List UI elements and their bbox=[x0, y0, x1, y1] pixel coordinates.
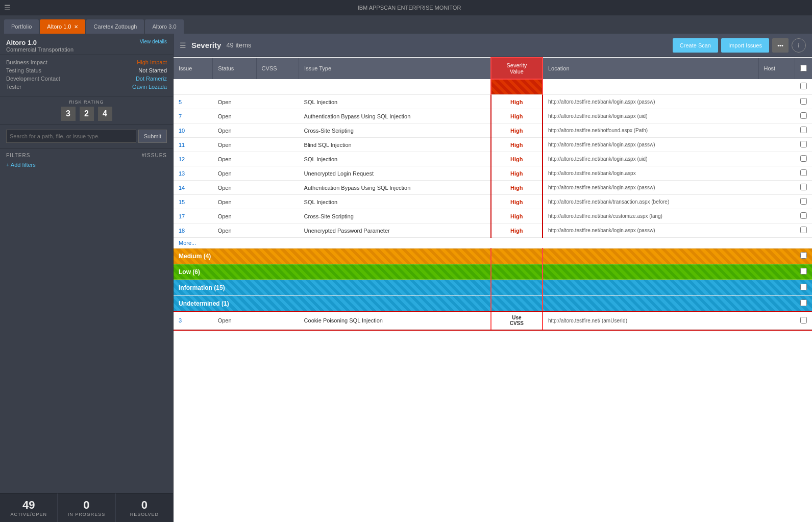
info-row-testing-status: Testing Status Not Started bbox=[6, 67, 167, 73]
td-severity-12: High bbox=[491, 152, 543, 166]
td-type-11: Blind SQL Injection bbox=[299, 138, 491, 152]
td-cvss-3 bbox=[256, 312, 299, 330]
td-issue-5[interactable]: 5 bbox=[174, 95, 213, 109]
table-row: 18 Open Unencrypted Password Parameter H… bbox=[174, 223, 812, 238]
section-high-label: High (23) bbox=[174, 79, 491, 95]
td-check-5 bbox=[795, 95, 813, 109]
content-header-count: 49 items bbox=[226, 41, 251, 49]
th-location: Location bbox=[543, 58, 758, 79]
section-low-rest bbox=[543, 264, 795, 280]
tab-caretex[interactable]: Caretex Zottough bbox=[86, 19, 144, 34]
checkbox-12[interactable] bbox=[800, 155, 807, 162]
checkbox-11[interactable] bbox=[800, 141, 807, 147]
section-undetermined-rest bbox=[543, 296, 795, 312]
td-location-11: http://altoro.testfire.net/bank/login.as… bbox=[543, 138, 758, 152]
section-high-check bbox=[795, 79, 813, 95]
td-location-13: http://altoro.testfire.net/bank/login.as… bbox=[543, 166, 758, 181]
risk-numbers: 3 2 4 bbox=[6, 107, 167, 121]
checkbox-3[interactable] bbox=[800, 317, 807, 324]
tab-altoro10[interactable]: Altoro 1.0 ✕ bbox=[40, 19, 85, 34]
select-all-checkbox[interactable] bbox=[800, 65, 807, 71]
table-container: Issue Status CVSS Issue Type SeverityVal… bbox=[174, 57, 812, 522]
td-issue-13[interactable]: 13 bbox=[174, 166, 213, 181]
checkbox-18[interactable] bbox=[800, 227, 807, 233]
hamburger-icon[interactable]: ☰ bbox=[4, 4, 11, 12]
main-layout: View details Altoro 1.0 Commercial Trans… bbox=[0, 34, 812, 522]
td-severity-3: UseCVSS bbox=[491, 312, 543, 330]
td-cvss-15 bbox=[256, 195, 299, 209]
td-check-17 bbox=[795, 209, 813, 223]
td-check-18 bbox=[795, 223, 813, 238]
section-medium[interactable]: Medium (4) bbox=[174, 248, 812, 264]
td-issue-7[interactable]: 7 bbox=[174, 109, 213, 123]
td-status-18: Open bbox=[213, 223, 256, 238]
table-row: 12 Open SQL Injection High http://altoro… bbox=[174, 152, 812, 166]
section-low-check bbox=[795, 264, 813, 280]
tab-altoro10-close[interactable]: ✕ bbox=[74, 24, 78, 30]
td-issue-18[interactable]: 18 bbox=[174, 223, 213, 238]
td-cvss-11 bbox=[256, 138, 299, 152]
info-button[interactable]: i bbox=[792, 38, 806, 53]
create-scan-button[interactable]: Create Scan bbox=[673, 38, 718, 53]
checkbox-5[interactable] bbox=[800, 98, 807, 105]
info-label-dev-contact: Development Contact bbox=[6, 76, 60, 82]
td-issue-17[interactable]: 17 bbox=[174, 209, 213, 223]
td-type-3: Cookie Poisoning SQL Injection bbox=[299, 312, 491, 330]
risk-num-3: 4 bbox=[98, 107, 112, 121]
tab-portfolio[interactable]: Portfolio bbox=[4, 19, 39, 34]
section-undetermined[interactable]: Undetermined (1) bbox=[174, 296, 812, 312]
checkbox-17[interactable] bbox=[800, 212, 807, 219]
tab-altoro30[interactable]: Altoro 3.0 bbox=[145, 19, 183, 34]
td-status-17: Open bbox=[213, 209, 256, 223]
checkbox-14[interactable] bbox=[800, 184, 807, 190]
sidebar: View details Altoro 1.0 Commercial Trans… bbox=[0, 34, 174, 522]
td-check-14 bbox=[795, 181, 813, 195]
td-issue-14[interactable]: 14 bbox=[174, 181, 213, 195]
view-details-link[interactable]: View details bbox=[140, 39, 167, 44]
td-issue-10[interactable]: 10 bbox=[174, 123, 213, 138]
info-label-tester: Tester bbox=[6, 84, 21, 90]
section-information[interactable]: Information (15) bbox=[174, 280, 812, 296]
checkbox-15[interactable] bbox=[800, 198, 807, 205]
section-medium-checkbox[interactable] bbox=[800, 252, 807, 259]
td-issue-15[interactable]: 15 bbox=[174, 195, 213, 209]
more-link[interactable]: More... bbox=[174, 238, 812, 248]
tab-bar: Portfolio Altoro 1.0 ✕ Caretex Zottough … bbox=[0, 15, 812, 34]
header-actions: Create Scan Import Issues ••• i bbox=[673, 38, 806, 53]
section-info-checkbox[interactable] bbox=[800, 284, 807, 290]
table-row-highlighted: 3 Open Cookie Poisoning SQL Injection Us… bbox=[174, 312, 812, 330]
td-issue-11[interactable]: 11 bbox=[174, 138, 213, 152]
td-check-7 bbox=[795, 109, 813, 123]
more-button[interactable]: ••• bbox=[772, 38, 789, 53]
td-location-7: http://altoro.testfire.net/bank/login.as… bbox=[543, 109, 758, 123]
td-check-10 bbox=[795, 123, 813, 138]
section-undetermined-checkbox[interactable] bbox=[800, 300, 807, 306]
content-area: ☰ Severity 49 items Create Scan Import I… bbox=[174, 34, 812, 522]
content-header-title: Severity bbox=[191, 41, 221, 49]
checkbox-10[interactable] bbox=[800, 127, 807, 133]
td-severity-10: High bbox=[491, 123, 543, 138]
td-check-3 bbox=[795, 312, 813, 330]
import-issues-button[interactable]: Import Issues bbox=[721, 38, 769, 53]
td-type-15: SQL Injection bbox=[299, 195, 491, 209]
checkbox-7[interactable] bbox=[800, 112, 807, 119]
search-input[interactable] bbox=[6, 130, 136, 143]
td-location-15: http://altoro.testfire.net/bank/transact… bbox=[543, 195, 758, 209]
section-info-check bbox=[795, 280, 813, 296]
td-issue-3[interactable]: 3 bbox=[174, 312, 213, 330]
section-info-rest bbox=[543, 280, 795, 296]
td-type-17: Cross-Site Scripting bbox=[299, 209, 491, 223]
td-severity-11: High bbox=[491, 138, 543, 152]
table-row: 14 Open Authentication Bypass Using SQL … bbox=[174, 181, 812, 195]
checkbox-13[interactable] bbox=[800, 169, 807, 176]
td-type-14: Authentication Bypass Using SQL Injectio… bbox=[299, 181, 491, 195]
table-header-row: Issue Status CVSS Issue Type SeverityVal… bbox=[174, 58, 812, 79]
submit-button[interactable]: Submit bbox=[138, 130, 167, 143]
section-low[interactable]: Low (6) bbox=[174, 264, 812, 280]
section-low-checkbox[interactable] bbox=[800, 268, 807, 275]
td-status-7: Open bbox=[213, 109, 256, 123]
add-filters-link[interactable]: + Add filters bbox=[6, 162, 36, 168]
section-high-checkbox[interactable] bbox=[800, 83, 807, 89]
td-issue-12[interactable]: 12 bbox=[174, 152, 213, 166]
section-high[interactable]: High (23) bbox=[174, 79, 812, 95]
